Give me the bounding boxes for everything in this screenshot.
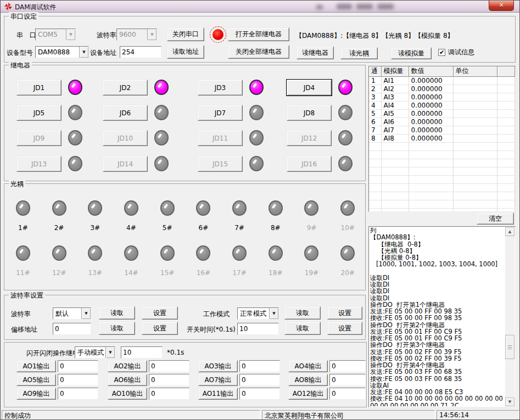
ao3-output-input[interactable] — [239, 360, 280, 372]
relay-button-jd9: JD9 — [16, 130, 61, 146]
relay-button-jd5[interactable]: JD5 — [16, 105, 61, 121]
device-address-input[interactable] — [120, 46, 161, 58]
opto-indicator: 11# — [5, 245, 41, 277]
ao7-output-input[interactable] — [239, 374, 280, 386]
relay-button-jd16: JD16 — [287, 156, 332, 172]
flash-time-input[interactable] — [121, 346, 163, 359]
ao5-output-input[interactable] — [58, 374, 98, 386]
ao10-output-button[interactable]: AO10输出 — [108, 388, 147, 400]
column-header — [497, 66, 515, 76]
scrollbar-thumb[interactable] — [505, 335, 515, 359]
relay-button-jd3[interactable]: JD3 — [198, 80, 243, 96]
read-relay-button[interactable]: 读继电器 — [297, 46, 334, 59]
table-row[interactable]: 5AI50.000000 — [369, 109, 515, 117]
column-header[interactable]: 数值 — [409, 66, 453, 76]
chevron-down-icon: ▼ — [81, 308, 91, 319]
ao7-output-button[interactable]: AO7输出 — [198, 374, 238, 386]
ao6-output-button[interactable]: AO6输出 — [108, 374, 147, 386]
table-row[interactable]: 1AI10.000000 — [369, 76, 515, 85]
switch-time-label: 开关时间(*0.1s) — [187, 325, 236, 334]
open-all-relays-button[interactable]: 打开全部继电器 — [228, 27, 289, 41]
column-header[interactable]: 通 — [369, 66, 381, 76]
relay-led-jd15 — [249, 156, 264, 171]
close-all-relays-button[interactable]: 关闭全部继电器 — [228, 45, 289, 59]
read-analog-button[interactable]: 读模拟量 — [391, 47, 432, 59]
scroll-down-button[interactable]: ▼ — [505, 397, 515, 406]
switch-time-read-button[interactable]: 读取 — [284, 322, 321, 335]
opto-indicator: 4# — [113, 200, 149, 232]
ao8-output-input[interactable] — [329, 374, 366, 386]
table-row[interactable]: 7AI70.000000 — [369, 126, 515, 134]
clear-log-button[interactable]: 清空 — [477, 212, 514, 225]
ao2-output-input[interactable] — [149, 360, 189, 372]
opto-indicator: 6# — [186, 200, 222, 232]
table-empty-row — [369, 208, 515, 212]
ao10-output-input[interactable] — [149, 388, 189, 400]
relay-button-jd8[interactable]: JD8 — [287, 105, 332, 121]
ao12-output-button[interactable]: AO12输出 — [288, 388, 328, 400]
baud-setting-select[interactable]: 默认 ▼ — [53, 307, 91, 320]
ao11-output-button[interactable]: AO11输出 — [198, 388, 238, 400]
workmode-select[interactable]: 正常模式 ▼ — [237, 307, 279, 320]
relay-button-jd1[interactable]: JD1 — [16, 80, 61, 96]
read-address-button[interactable]: 读取地址 — [167, 45, 204, 59]
relay-button-jd7[interactable]: JD7 — [198, 105, 243, 121]
ao4-output-button[interactable]: AO4输出 — [288, 360, 328, 372]
ao5-output-button[interactable]: AO5输出 — [16, 374, 56, 386]
serial-open-indicator — [210, 26, 226, 43]
table-empty-row — [369, 142, 515, 150]
relay-led-jd3 — [249, 80, 264, 95]
debug-info-checkbox[interactable]: ✔ 调试信息 — [438, 48, 474, 57]
offset-read-button[interactable]: 读取 — [99, 322, 135, 335]
table-row[interactable]: 6AI60.000000 — [369, 117, 515, 126]
baud-read-button[interactable]: 读取 — [99, 306, 135, 320]
title-bar[interactable]: DAM调试软件 ✕ — [1, 1, 519, 13]
relay-button-jd10: JD10 — [103, 130, 148, 146]
close-button[interactable]: ✕ — [489, 1, 514, 11]
baud-set-button[interactable]: 设置 — [142, 306, 178, 320]
ao11-output-input[interactable] — [239, 388, 280, 400]
window-title: DAM调试软件 — [15, 3, 57, 12]
relay-led-jd6 — [154, 105, 169, 120]
ao1-output-button[interactable]: AO1输出 — [16, 360, 56, 372]
column-header[interactable]: 模拟量 — [381, 66, 409, 76]
ao4-output-input[interactable] — [329, 360, 366, 372]
opto-indicator: 2# — [41, 200, 77, 232]
offset-set-button[interactable]: 设置 — [142, 322, 178, 335]
model-select[interactable]: DAM0888 ▼ — [35, 46, 89, 58]
close-serial-button[interactable]: 关闭串口 — [167, 27, 204, 41]
table-row[interactable]: 3AI30.000000 — [369, 93, 515, 101]
relay-button-jd6[interactable]: JD6 — [103, 105, 148, 121]
table-row[interactable]: 8AI80.000000 — [369, 134, 515, 142]
opto-led — [16, 200, 30, 216]
ao12-output-input[interactable] — [329, 388, 366, 400]
opto-led — [52, 200, 66, 216]
debug-log-panel[interactable]: 列 【DAM0888】: 【继电器 0-8】 【光耦 0-8】 【模拟量 0-8… — [368, 226, 516, 407]
baud-setting-label: 波特率 — [11, 310, 31, 319]
flash-time-unit-label: *0.1s — [167, 349, 184, 356]
baud-select[interactable]: 9600 ▼ — [116, 29, 157, 41]
workmode-read-button[interactable]: 读取 — [284, 306, 321, 320]
read-opto-button[interactable]: 读光耦 — [340, 47, 378, 59]
switch-time-input[interactable] — [237, 323, 279, 335]
relay-button-jd2[interactable]: JD2 — [103, 80, 148, 96]
ao9-output-input[interactable] — [58, 388, 98, 400]
offset-address-input[interactable] — [53, 323, 91, 335]
switch-time-set-button[interactable]: 设置 — [327, 322, 362, 335]
workmode-set-button[interactable]: 设置 — [327, 306, 362, 320]
ao1-output-input[interactable] — [58, 360, 98, 372]
table-row[interactable]: 4AI40.000000 — [369, 101, 515, 109]
table-row[interactable]: 2AI20.000000 — [369, 85, 515, 93]
port-select[interactable]: COM5 ▼ — [35, 29, 76, 41]
opto-led — [160, 200, 175, 216]
column-header[interactable]: 单位 — [453, 66, 497, 76]
ao3-output-button[interactable]: AO3输出 — [198, 360, 238, 372]
ao6-output-input[interactable] — [149, 374, 189, 386]
scroll-up-button[interactable]: ▲ — [505, 227, 515, 236]
log-scrollbar[interactable]: ▲ ▼ — [505, 227, 515, 406]
ao8-output-button[interactable]: AO8输出 — [288, 374, 328, 386]
relay-button-jd4[interactable]: JD4 — [287, 80, 332, 96]
ao9-output-button[interactable]: AO9输出 — [16, 388, 56, 400]
flash-mode-select[interactable]: 手动模式 ▼ — [75, 346, 115, 359]
ao2-output-button[interactable]: AO2输出 — [108, 360, 147, 372]
